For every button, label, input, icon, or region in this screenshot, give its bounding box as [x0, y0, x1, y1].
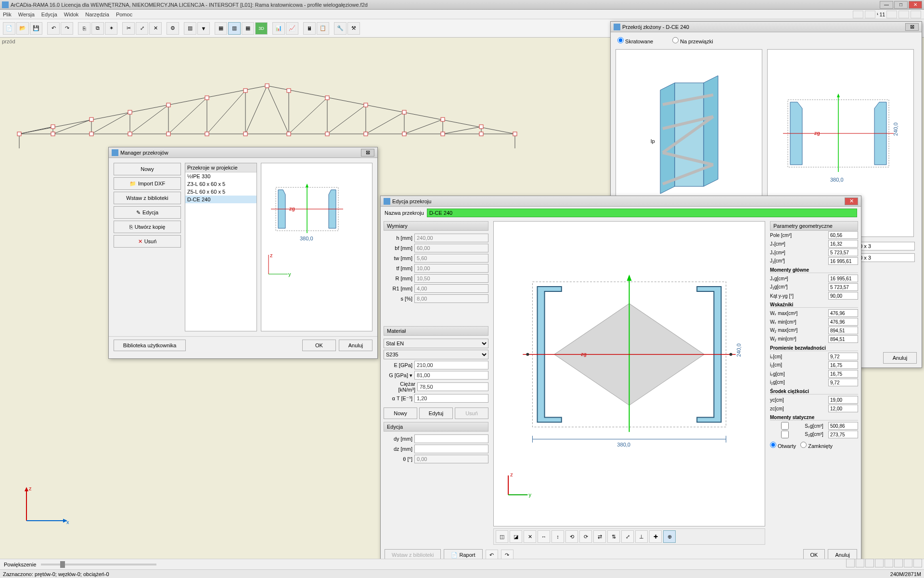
- tool-icon[interactable]: ⚙: [167, 22, 179, 35]
- edit-button[interactable]: ✎ Edycja: [114, 206, 181, 219]
- tb-icon[interactable]: ⤢: [621, 530, 634, 543]
- list-item[interactable]: Z3-L 60 x 60 x 5: [185, 180, 257, 188]
- radio-batten[interactable]: Na przewiązki: [672, 37, 713, 44]
- material-grade-select[interactable]: S235: [384, 350, 488, 359]
- copy-button[interactable]: ⎘ Utwórz kopię: [114, 221, 181, 233]
- tool-icon[interactable]: 📋: [317, 22, 329, 35]
- list-item[interactable]: Z5-L 60 x 60 x 5: [185, 188, 257, 196]
- alpha-input[interactable]: [414, 394, 488, 403]
- delete-button[interactable]: ✕ Usuń: [114, 235, 181, 248]
- tool-icon[interactable]: ▥: [184, 22, 196, 35]
- maximize-button[interactable]: □: [894, 1, 908, 9]
- small-icon[interactable]: [913, 559, 922, 567]
- theta-input[interactable]: [414, 455, 488, 463]
- tool-icon[interactable]: ▼: [197, 22, 210, 35]
- material-edit-button[interactable]: Edytuj: [419, 407, 453, 419]
- tb-icon[interactable]: ↕: [552, 530, 564, 543]
- tb-delete-icon[interactable]: ✕: [524, 530, 536, 543]
- tw-input[interactable]: [414, 254, 488, 263]
- tb-icon[interactable]: ⇄: [593, 530, 606, 543]
- menu-wersja[interactable]: Wersja: [18, 12, 35, 17]
- tool-3d-icon[interactable]: 3D: [255, 22, 268, 35]
- tb-icon[interactable]: ✚: [649, 530, 662, 543]
- G-input[interactable]: [414, 371, 488, 380]
- close-icon[interactable]: ⊠: [361, 149, 374, 157]
- list-item[interactable]: ½IPE 330: [185, 172, 257, 180]
- tb-icon[interactable]: ⇅: [607, 530, 620, 543]
- menu-narzedzia[interactable]: Narzędzia: [85, 12, 109, 17]
- section-name-input[interactable]: [427, 209, 857, 217]
- menu-widok[interactable]: Widok: [64, 12, 79, 17]
- small-icon[interactable]: [846, 559, 855, 567]
- import-dxf-button[interactable]: 📁 Import DXF: [114, 177, 181, 190]
- compound-field[interactable]: [857, 253, 915, 262]
- dz-input[interactable]: [414, 445, 488, 453]
- material-delete-button[interactable]: Usuń: [455, 407, 488, 419]
- minimize-button[interactable]: —: [880, 1, 893, 9]
- weight-input[interactable]: [417, 382, 488, 391]
- tool-wrench-icon[interactable]: 🔧: [334, 22, 346, 35]
- tool-icon[interactable]: ↷: [61, 22, 73, 35]
- tool-icon[interactable]: 📊: [272, 22, 285, 35]
- tb-icon[interactable]: ⟲: [565, 530, 578, 543]
- tool-icon[interactable]: ▥: [228, 22, 241, 35]
- dy-input[interactable]: [414, 434, 488, 443]
- zoom-slider[interactable]: [41, 564, 156, 565]
- tool-icon[interactable]: ▦: [242, 22, 254, 35]
- tool-icon[interactable]: ✶: [105, 22, 117, 35]
- tool-icon[interactable]: ⧉: [91, 22, 104, 35]
- compound-field[interactable]: [857, 242, 915, 250]
- h-input[interactable]: [414, 234, 488, 242]
- tool-icon[interactable]: ⎘: [78, 22, 90, 35]
- radio-open[interactable]: Otwarty: [770, 443, 796, 449]
- tool-icon[interactable]: 📂: [16, 22, 29, 35]
- small-icon[interactable]: [885, 559, 893, 567]
- small-icon[interactable]: [865, 559, 874, 567]
- R-input[interactable]: [414, 274, 488, 283]
- menu-pomoc[interactable]: Pomoc: [116, 12, 132, 17]
- tb-icon[interactable]: ◫: [496, 530, 508, 543]
- menu-plik[interactable]: Plik: [3, 12, 12, 17]
- radio-laced[interactable]: Skratowane: [617, 37, 653, 44]
- tool-icon[interactable]: 📄: [3, 22, 15, 35]
- material-group-select[interactable]: Stal EN: [384, 339, 488, 348]
- tool-icon[interactable]: 🖩: [303, 22, 316, 35]
- small-icon[interactable]: [875, 559, 884, 567]
- ok-button[interactable]: OK: [302, 340, 336, 351]
- tool-icon[interactable]: ▦: [215, 22, 227, 35]
- tool-icon[interactable]: 💾: [30, 22, 42, 35]
- tool-icon[interactable]: ✂: [122, 22, 135, 35]
- tool-icon[interactable]: ↶: [47, 22, 60, 35]
- close-icon[interactable]: ✕: [845, 197, 858, 205]
- s-input[interactable]: [414, 294, 488, 303]
- tb-icon[interactable]: ⊥: [635, 530, 648, 543]
- new-button[interactable]: Nowy: [114, 163, 181, 175]
- close-button[interactable]: ✕: [909, 1, 922, 9]
- list-item[interactable]: D-CE 240: [185, 196, 257, 203]
- tool-icon[interactable]: 📈: [286, 22, 298, 35]
- tb-icon[interactable]: ↔: [538, 530, 550, 543]
- menu-edycja[interactable]: Edycja: [41, 12, 57, 17]
- tool-icon[interactable]: ⚒: [347, 22, 360, 35]
- cancel-button[interactable]: Anuluj: [339, 340, 372, 351]
- bottom-right-icons: [846, 559, 922, 567]
- tb-icon[interactable]: ⊕: [663, 530, 676, 543]
- radio-closed[interactable]: Zamknięty: [800, 443, 833, 449]
- close-icon[interactable]: ⊠: [905, 23, 919, 31]
- tool-icon[interactable]: ⤢: [136, 22, 148, 35]
- small-icon[interactable]: [856, 559, 864, 567]
- user-library-button[interactable]: Biblioteka użytkownika: [114, 340, 186, 351]
- tf-input[interactable]: [414, 264, 488, 273]
- tb-icon[interactable]: ◪: [510, 530, 522, 543]
- R1-input[interactable]: [414, 284, 488, 293]
- section-drawing[interactable]: zg 380,0 240,0 z y: [493, 221, 765, 526]
- bf-input[interactable]: [414, 244, 488, 252]
- tool-icon[interactable]: ✕: [149, 22, 162, 35]
- insert-library-button[interactable]: Wstaw z biblioteki: [114, 192, 181, 204]
- E-input[interactable]: [414, 361, 488, 369]
- small-icon[interactable]: [894, 559, 903, 567]
- small-icon[interactable]: [904, 559, 912, 567]
- material-new-button[interactable]: Nowy: [384, 407, 417, 419]
- cancel-button[interactable]: Anuluj: [883, 352, 917, 364]
- tb-icon[interactable]: ⟳: [579, 530, 592, 543]
